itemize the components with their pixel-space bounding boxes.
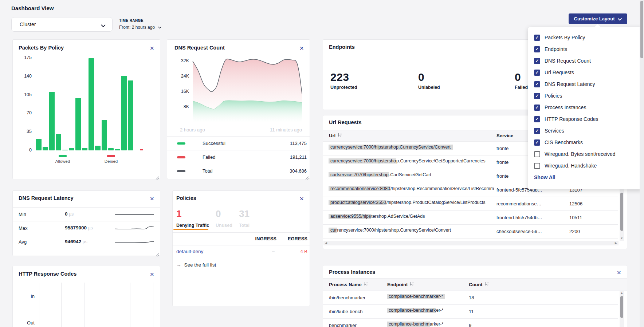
allowed-bar [75,98,81,150]
policies-tab-denying[interactable]: 1 Denying Traffic [176,208,209,228]
grid-line [107,283,107,327]
allowed-legend-swatch [59,155,67,157]
dns-count-y-axis: 8K16K24K32K [172,56,189,125]
customize-menu-item[interactable]: ✓Policies [528,90,643,102]
x-end-label: 11 minutes ago [247,127,302,133]
customize-menu-item[interactable]: ✓HTTP Response Codes [528,113,643,125]
resize-handle-icon[interactable] [305,175,309,178]
packets-bar-plot [36,58,158,150]
customize-menu-item[interactable]: ✓Endpoints [528,43,643,55]
customize-menu-item-label: Wireguard. Bytes sent/received [545,151,616,157]
customize-menu-item-label: Packets By Policy [545,35,585,40]
customize-menu-item[interactable]: ✓Process Instances [528,102,643,113]
policies-tab-unused[interactable]: 0 Unused [216,208,232,228]
show-all-link[interactable]: Show All [534,174,555,180]
failed-count: 0 [515,71,521,83]
checked-checkbox-icon[interactable]: ✓ [534,105,540,111]
avg-sparkline [115,239,154,245]
endpoint-cell: compliance-benchmarker-* [387,294,467,299]
resize-handle-icon[interactable] [156,252,159,255]
scroll-left-icon[interactable]: ◀ [325,242,327,245]
checked-checkbox-icon[interactable]: ✓ [534,46,540,52]
close-icon[interactable]: ✕ [299,196,304,201]
customize-menu-item[interactable]: ✓CIS Benchmarks [528,137,643,148]
close-icon[interactable]: ✕ [150,196,154,201]
count-cell: 10511 [569,215,602,220]
customize-menu-item[interactable]: ✓DNS Request Latency [528,78,643,90]
vertical-scrollbar[interactable]: ▲ [620,291,624,327]
scroll-down-icon[interactable]: ▼ [620,237,623,240]
menu-caret [594,24,601,31]
min-sparkline [115,212,154,217]
process-name-cell: benchmarker [329,323,384,327]
time-range-value: From: 2 hours ago [119,25,155,30]
egress-column-header: EGRESS [278,236,307,241]
customize-layout-button[interactable]: Customize Layout [569,13,627,24]
customize-menu-item[interactable]: Wireguard. Bytes sent/received [528,148,643,160]
process-instances-title: Process Instances [329,269,375,275]
close-icon[interactable]: ✕ [617,270,621,275]
url-cell: adservice:9555/hipstershop.AdService/Get… [329,214,495,219]
unprotected-count: 223 [330,71,349,83]
horizontal-scrollbar[interactable]: ◀ ▶ [323,241,619,245]
customize-menu-item[interactable]: ✓Url Requests [528,67,643,78]
checked-checkbox-icon[interactable]: ✓ [534,35,540,41]
process-instances-header: Process Name Endpoint Count [323,278,627,291]
checked-checkbox-icon[interactable]: ✓ [534,81,540,87]
chevron-down-icon [618,16,622,22]
close-icon[interactable]: ✕ [150,46,154,51]
policies-tab-total[interactable]: 31 Total [239,208,250,228]
url-highlight: adservice:9555/hips [329,214,371,219]
url-column-header[interactable]: Url [329,133,342,138]
policy-row: default-deny – 4 B [173,245,310,258]
unchecked-checkbox-icon[interactable] [534,151,540,157]
scroll-up-icon[interactable]: ▲ [620,292,623,295]
http-grid [13,266,160,327]
dns-request-count-title: DNS Request Count [174,45,225,51]
close-icon[interactable]: ✕ [299,46,304,51]
latency-row-max: Max 95879000 µs [13,221,160,235]
service-cell: frontend-5fc5754db… [496,215,561,220]
url-cell: recommendationservice:8080/hipstershop.R… [329,186,495,191]
url-cell: productcatalogservice:3550/hipstershop.P… [329,200,495,205]
customize-menu-item[interactable]: Wireguard. Handshake [528,160,643,172]
url-highlight: currencyservice:7000/hipstersho [329,158,396,164]
checked-checkbox-icon[interactable]: ✓ [534,116,540,122]
endpoint-rest: er-* [436,308,443,313]
customize-menu-item-label: Process Instances [545,105,586,110]
allowed-bar [36,139,42,150]
policies-card: Policies ✕ 1 Denying Traffic 0 Unused 31… [172,190,310,306]
allowed-bar [56,134,61,150]
page-scrollbar[interactable] [640,0,644,327]
checked-checkbox-icon[interactable]: ✓ [534,58,540,64]
checked-checkbox-icon[interactable]: ✓ [534,70,540,76]
endpoint-cell: compliance-benchmarker-* [387,322,467,327]
count-column-header[interactable]: Count [469,282,489,287]
time-range-label: TIME RANGE [119,19,144,23]
time-range-control[interactable]: From: 2 hours ago [119,24,161,30]
customize-menu-item[interactable]: ✓Services [528,125,643,137]
endpoint-cell: compliance-benchmarker-* [387,308,467,313]
customize-menu-item[interactable]: ✓Packets By Policy [528,32,643,43]
checked-checkbox-icon[interactable]: ✓ [534,139,540,146]
dns-request-latency-card: DNS Request Latency ✕ Min 0 µs Max 95879… [12,190,160,256]
resize-handle-icon[interactable] [156,175,159,178]
grid-line [153,283,153,327]
scroll-right-icon[interactable]: ▶ [615,242,617,245]
view-select[interactable]: Cluster [11,17,113,32]
service-column-header[interactable]: Service [496,133,513,138]
url-rest: .CartService/GetCart [389,172,431,177]
url-highlight: currencyservice:7000/hipstershop.Currenc… [329,145,453,150]
latency-row-min: Min 0 µs [13,207,160,221]
endpoint-column-header[interactable]: Endpoint [387,282,414,287]
grid-line [39,283,39,327]
unchecked-checkbox-icon[interactable] [534,163,540,169]
see-full-list-link[interactable]: →See the full list [176,262,216,268]
checked-checkbox-icon[interactable]: ✓ [534,128,540,134]
process-name-cell: /bin/benchmarker [329,295,384,300]
x-start-label: 2 hours ago [180,127,205,133]
policy-name-link[interactable]: default-deny [176,249,203,254]
process-name-column-header[interactable]: Process Name [329,282,368,287]
customize-menu-item[interactable]: ✓DNS Request Count [528,55,643,67]
checked-checkbox-icon[interactable]: ✓ [534,93,540,99]
